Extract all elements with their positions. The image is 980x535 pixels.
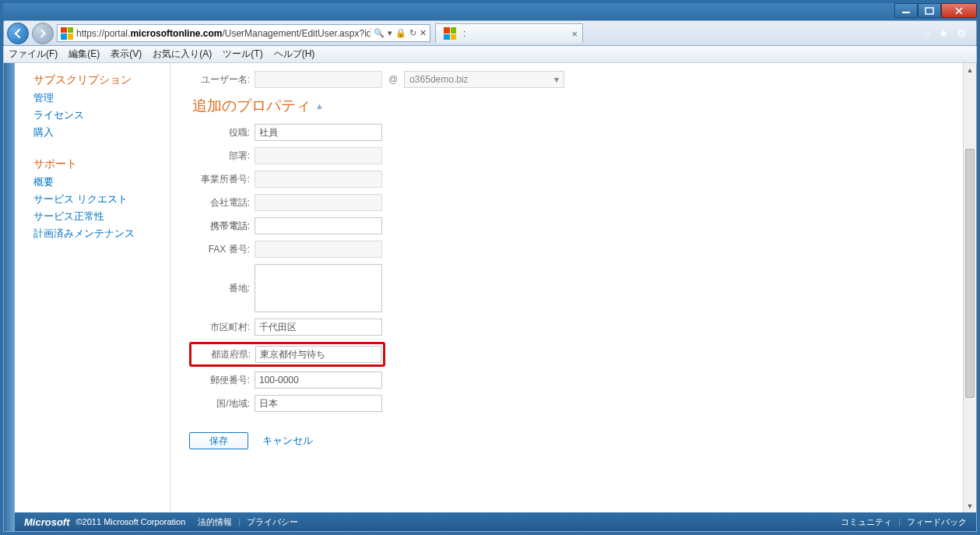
window-close-button[interactable] <box>941 3 977 18</box>
cancel-link[interactable]: キャンセル <box>262 434 313 448</box>
footer-feedback-link[interactable]: フィードバック <box>907 516 967 528</box>
street-input[interactable] <box>255 264 382 312</box>
chevron-down-icon: ▾ <box>554 74 559 85</box>
sidebar-link-license[interactable]: ライセンス <box>33 107 170 124</box>
browser-tab[interactable]: : × <box>435 23 583 43</box>
svg-rect-1 <box>926 8 933 14</box>
home-icon[interactable]: ⌂ <box>925 27 931 40</box>
url-text[interactable]: https://portal.microsoftonline.com/UserM… <box>76 28 370 39</box>
username-input[interactable] <box>255 71 382 88</box>
browser-menu-bar: ファイル(F) 編集(E) 表示(V) お気に入り(A) ツール(T) ヘルプ(… <box>3 46 977 63</box>
favorites-icon[interactable]: ★ <box>939 27 949 40</box>
city-input[interactable] <box>255 319 382 336</box>
menu-favorites[interactable]: お気に入り(A) <box>153 48 212 61</box>
sidebar-link-planned-maintenance[interactable]: 計画済みメンテナンス <box>33 225 170 242</box>
fax-input[interactable] <box>255 241 382 258</box>
menu-edit[interactable]: 編集(E) <box>68 48 100 61</box>
lock-icon: 🔒 <box>395 28 406 38</box>
section-additional-properties[interactable]: 追加のプロパティ▲ <box>192 96 947 116</box>
sidebar-link-service-health[interactable]: サービス正常性 <box>33 208 170 225</box>
browser-window: https://portal.microsoftonline.com/UserM… <box>0 0 980 535</box>
window-minimize-button[interactable] <box>894 3 918 18</box>
username-label: ユーザー名: <box>189 73 255 86</box>
zip-label: 郵便番号: <box>189 374 255 387</box>
sidebar-link-overview[interactable]: 概要 <box>33 174 170 191</box>
stop-icon[interactable]: ✕ <box>420 28 427 38</box>
domain-select[interactable]: o365demo.biz ▾ <box>404 71 564 88</box>
menu-help[interactable]: ヘルプ(H) <box>274 48 315 61</box>
fax-label: FAX 番号: <box>189 243 255 256</box>
footer-brand: Microsoft <box>24 516 70 528</box>
footer-copyright: ©2011 Microsoft Corporation <box>76 517 186 526</box>
search-icon[interactable]: 🔍 <box>374 28 385 38</box>
country-input[interactable] <box>255 395 382 412</box>
window-left-edge <box>4 63 15 531</box>
office-tel-input[interactable] <box>255 194 382 211</box>
address-bar[interactable]: https://portal.microsoftonline.com/UserM… <box>57 24 430 42</box>
office-no-input[interactable] <box>255 171 382 188</box>
mobile-input[interactable] <box>255 217 382 234</box>
footer-legal-link[interactable]: 法的情報 <box>198 516 232 528</box>
tools-icon[interactable]: ⚙ <box>957 27 967 40</box>
sidebar-heading-subscription: サブスクリプション <box>33 71 170 90</box>
sidebar-link-manage[interactable]: 管理 <box>33 90 170 107</box>
scroll-thumb[interactable] <box>965 149 975 398</box>
back-button[interactable] <box>7 23 29 44</box>
sidebar-heading-support: サポート <box>33 155 170 174</box>
street-label: 番地: <box>189 282 255 295</box>
site-favicon-icon <box>60 27 74 40</box>
edit-user-form: ユーザー名: @ o365demo.biz ▾ 追加のプロパティ▲ 役職: 部署… <box>174 63 963 512</box>
vertical-scrollbar[interactable]: ▲ ▼ <box>963 63 976 512</box>
collapse-caret-icon: ▲ <box>315 101 324 111</box>
admin-sidebar: サブスクリプション 管理 ライセンス 購入 サポート 概要 サービス リクエスト… <box>15 63 170 512</box>
sidebar-link-purchase[interactable]: 購入 <box>33 124 170 141</box>
menu-view[interactable]: 表示(V) <box>111 48 142 61</box>
forward-button[interactable] <box>32 23 54 44</box>
dept-input[interactable] <box>255 147 382 164</box>
menu-file[interactable]: ファイル(F) <box>9 48 58 61</box>
svg-rect-0 <box>902 12 910 13</box>
sidebar-link-service-request[interactable]: サービス リクエスト <box>33 191 170 208</box>
office-no-label: 事業所番号: <box>189 173 255 186</box>
scroll-down-icon[interactable]: ▼ <box>964 499 976 512</box>
window-maximize-button[interactable] <box>918 3 941 18</box>
state-input[interactable] <box>255 346 381 363</box>
zip-input[interactable] <box>255 371 382 389</box>
state-row-highlight: 都道府県: <box>189 342 385 367</box>
browser-nav-bar: https://portal.microsoftonline.com/UserM… <box>3 20 977 46</box>
mobile-label: 携帯電話: <box>189 220 255 233</box>
office-tel-label: 会社電話: <box>189 196 255 209</box>
domain-value: o365demo.biz <box>409 74 468 85</box>
refresh-icon[interactable]: ↻ <box>409 28 416 38</box>
dept-label: 部署: <box>189 150 255 163</box>
page-footer: Microsoft ©2011 Microsoft Corporation 法的… <box>15 512 976 531</box>
at-symbol: @ <box>382 74 404 85</box>
country-label: 国/地域: <box>189 397 255 410</box>
save-button[interactable]: 保存 <box>189 432 248 449</box>
state-label: 都道府県: <box>193 348 255 361</box>
role-label: 役職: <box>189 126 255 139</box>
menu-tools[interactable]: ツール(T) <box>223 48 262 61</box>
city-label: 市区町村: <box>189 321 255 334</box>
footer-community-link[interactable]: コミュニティ <box>841 516 892 528</box>
role-input[interactable] <box>255 124 382 141</box>
footer-privacy-link[interactable]: プライバシー <box>247 516 298 528</box>
tab-title: : <box>463 28 567 39</box>
tab-favicon-icon <box>443 27 457 40</box>
scroll-up-icon[interactable]: ▲ <box>964 63 976 76</box>
window-titlebar[interactable] <box>3 3 977 20</box>
tab-close-icon[interactable]: × <box>571 28 578 40</box>
